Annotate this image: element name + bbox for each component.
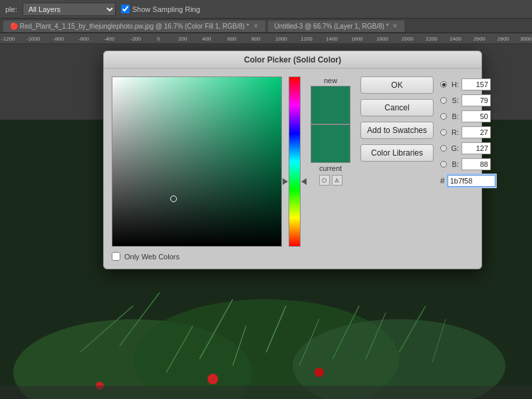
ruler-tick-18: 2400 — [450, 36, 462, 42]
color-libraries-button[interactable]: Color Libraries — [360, 144, 434, 162]
blue-row: B: — [440, 156, 532, 172]
ruler-tick-15: 1800 — [376, 36, 388, 42]
tab-red-plant[interactable]: 🔴 Red_Plant_4_1.15_by_thejunglephoto.pw.… — [3, 20, 266, 32]
tab-red-plant-label: 🔴 Red_Plant_4_1.15_by_thejunglephoto.pw.… — [10, 23, 249, 30]
ruler-tick-14: 1600 — [351, 36, 363, 42]
brightness-radio[interactable] — [440, 113, 447, 120]
hex-symbol: # — [440, 176, 445, 186]
ruler-tick-21: 3000 — [520, 36, 532, 42]
color-icon-row: ⬡ ⚠ — [319, 175, 342, 186]
ruler-tick-20: 2800 — [497, 36, 509, 42]
all-layers-select[interactable]: All Layers — [23, 3, 116, 16]
web-colors-row: Only Web Colors — [112, 249, 282, 261]
hue-radio[interactable] — [440, 81, 447, 88]
ruler-tick-16: 2000 — [402, 36, 414, 42]
color-new-label: new — [324, 76, 337, 84]
brightness-label: B: — [450, 112, 459, 120]
ruler-tick-4: -400 — [104, 36, 114, 42]
hue-slider-container[interactable] — [289, 76, 301, 247]
hex-row: # — [440, 175, 532, 187]
dialog-title: Color Picker (Solid Color) — [244, 55, 341, 65]
color-picker-dialog: Color Picker (Solid Color) Only Web Colo… — [103, 51, 482, 269]
tab-untitled[interactable]: Untitled-3 @ 66.7% (Layer 1, RGB/8) * ✕ — [267, 20, 406, 32]
red-radio[interactable] — [440, 129, 447, 136]
color-current-label: current — [319, 164, 342, 172]
hue-unit: ° — [493, 81, 501, 88]
tab-red-plant-close[interactable]: ✕ — [253, 23, 259, 29]
svg-point-10 — [207, 374, 218, 384]
tab-untitled-close[interactable]: ✕ — [392, 23, 398, 29]
ruler-tick-7: 200 — [178, 36, 187, 42]
ruler: -1200 -1000 -800 -600 -400 -200 0 200 40… — [0, 33, 532, 44]
ruler-content: -1200 -1000 -800 -600 -400 -200 0 200 40… — [0, 33, 532, 44]
show-sampling-row: Show Sampling Ring — [121, 5, 200, 13]
green-label: G: — [450, 144, 459, 152]
hsb-rgb-panel: H: ° S: % B: % — [440, 76, 532, 261]
color-swatch-current[interactable] — [311, 124, 350, 163]
add-to-swatches-button[interactable]: Add to Swatches — [360, 122, 434, 139]
color-preview-area: new current ⬡ ⚠ — [307, 76, 354, 261]
green-radio[interactable] — [440, 145, 447, 152]
ruler-tick-11: 1000 — [275, 36, 287, 42]
web-colors-label: Only Web Colors — [124, 253, 180, 261]
ruler-tick-9: 600 — [227, 36, 236, 42]
brightness-row: B: % — [440, 108, 532, 124]
alert-icon[interactable]: ⚠ — [332, 175, 342, 186]
saturation-unit: % — [493, 97, 501, 104]
ruler-tick-1: -1000 — [27, 36, 40, 42]
web-safe-icon[interactable]: ⬡ — [319, 175, 330, 186]
saturation-row: S: % — [440, 92, 532, 108]
svg-point-11 — [315, 368, 324, 377]
ruler-tick-17: 2200 — [426, 36, 438, 42]
cancel-button[interactable]: Cancel — [360, 99, 434, 116]
ruler-tick-10: 800 — [251, 36, 260, 42]
hue-label: H: — [450, 80, 459, 88]
saturation-label: S: — [450, 96, 459, 104]
hue-arrow-left — [283, 178, 288, 185]
show-sampling-label: Show Sampling Ring — [132, 5, 200, 13]
ruler-tick-2: -800 — [53, 36, 64, 42]
red-input[interactable] — [462, 126, 491, 138]
ruler-tick-12: 1200 — [301, 36, 313, 42]
blue-label: B: — [450, 160, 459, 168]
buttons-column: OK Cancel Add to Swatches Color Librarie… — [360, 76, 434, 261]
saturation-radio[interactable] — [440, 97, 447, 104]
hex-input[interactable] — [448, 175, 495, 187]
top-toolbar: ple: All Layers Show Sampling Ring — [0, 0, 532, 19]
brightness-input[interactable] — [462, 110, 491, 122]
svg-rect-18 — [0, 386, 532, 399]
ruler-tick-8: 400 — [202, 36, 211, 42]
red-label: R: — [450, 128, 459, 136]
show-sampling-checkbox[interactable] — [121, 5, 130, 13]
red-row: R: — [440, 124, 532, 140]
ruler-tick-19: 2600 — [473, 36, 485, 42]
ruler-tick-0: -1200 — [1, 36, 15, 42]
brightness-unit: % — [493, 113, 501, 120]
ok-button[interactable]: OK — [360, 76, 434, 94]
color-gradient-picker[interactable] — [112, 76, 282, 247]
gradient-background — [112, 77, 281, 246]
blue-input[interactable] — [462, 158, 491, 170]
ruler-tick-13: 1400 — [326, 36, 338, 42]
green-row: G: — [440, 140, 532, 156]
dialog-body: Only Web Colors new current ⬡ ⚠ — [104, 68, 481, 269]
dialog-titlebar: Color Picker (Solid Color) — [104, 51, 481, 68]
hue-row: H: ° — [440, 76, 532, 92]
hue-input[interactable] — [462, 78, 491, 90]
green-input[interactable] — [462, 142, 491, 154]
hue-slider — [289, 77, 300, 246]
ruler-tick-3: -600 — [78, 36, 89, 42]
ruler-tick-5: -200 — [130, 36, 141, 42]
web-colors-checkbox[interactable] — [112, 252, 120, 261]
sample-label: ple: — [5, 5, 17, 13]
main-area: Color Picker (Solid Color) Only Web Colo… — [0, 44, 532, 399]
saturation-input[interactable] — [462, 94, 491, 106]
blue-radio[interactable] — [440, 161, 447, 168]
ruler-tick-6: 0 — [157, 36, 160, 42]
tab-bar: 🔴 Red_Plant_4_1.15_by_thejunglephoto.pw.… — [0, 19, 532, 33]
hue-arrow-right — [301, 178, 307, 185]
tab-untitled-label: Untitled-3 @ 66.7% (Layer 1, RGB/8) * — [275, 23, 389, 30]
color-swatch-new[interactable] — [311, 86, 350, 124]
